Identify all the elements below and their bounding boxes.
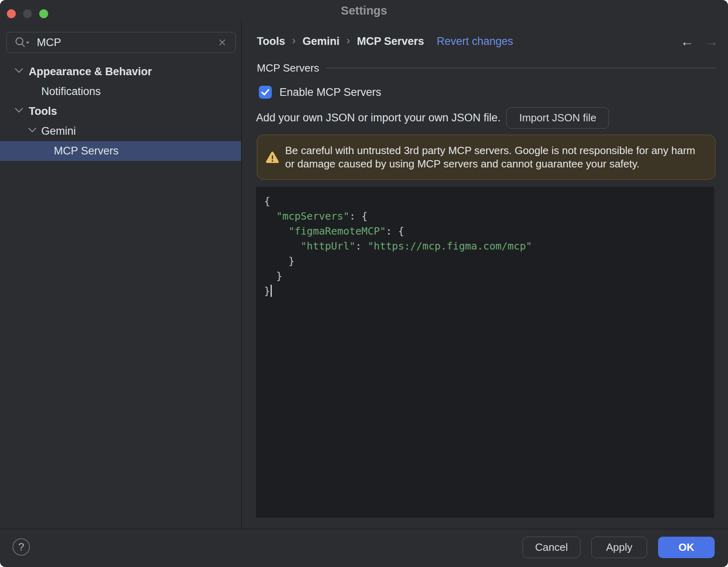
mcp-json-editor[interactable]: { "mcpServers": { "figmaRemoteMCP": { "h… xyxy=(256,187,714,518)
sidebar-item-label: Notifications xyxy=(41,85,101,98)
section-header: MCP Servers xyxy=(257,59,716,77)
collapse-chevron-icon[interactable] xyxy=(13,67,22,74)
code-line: } xyxy=(264,254,706,269)
search-input[interactable]: MCP xyxy=(37,36,61,49)
forward-arrow-icon[interactable]: → xyxy=(705,32,718,51)
section-divider xyxy=(326,68,716,68)
warning-text: Be careful with untrusted 3rd party MCP … xyxy=(285,144,699,171)
text-caret xyxy=(271,285,272,297)
sidebar-item-appearance-behavior[interactable]: Appearance & Behavior xyxy=(0,62,241,82)
import-row: Add your own JSON or import your own JSO… xyxy=(256,107,609,129)
enable-mcp-label: Enable MCP Servers xyxy=(279,86,381,99)
warning-banner: Be careful with untrusted 3rd party MCP … xyxy=(257,135,715,180)
cancel-button[interactable]: Cancel xyxy=(523,537,580,558)
ok-button[interactable]: OK xyxy=(658,537,715,558)
code-line: "mcpServers": { xyxy=(264,209,706,224)
settings-window: Settings MCP ✕ Appearance & Behavi xyxy=(0,0,728,567)
clear-search-icon[interactable]: ✕ xyxy=(216,32,229,53)
settings-main-panel: Tools › Gemini › MCP Servers Revert chan… xyxy=(242,21,728,529)
dialog-footer: ? Cancel Apply OK xyxy=(0,529,728,567)
import-json-file-button[interactable]: Import JSON file xyxy=(506,107,609,129)
sidebar-item-label: Appearance & Behavior xyxy=(29,66,152,78)
code-line: "figmaRemoteMCP": { xyxy=(264,224,706,239)
sidebar-item-tools[interactable]: Tools xyxy=(0,102,241,121)
enable-mcp-row: Enable MCP Servers xyxy=(259,79,381,106)
search-icon[interactable] xyxy=(14,36,30,49)
history-navigation: ← → xyxy=(680,32,718,51)
json-editor-code: { "mcpServers": { "figmaRemoteMCP": { "h… xyxy=(264,194,706,298)
back-arrow-icon[interactable]: ← xyxy=(680,32,694,51)
warning-triangle-icon xyxy=(266,151,279,163)
revert-changes-link[interactable]: Revert changes xyxy=(437,35,513,48)
section-title: MCP Servers xyxy=(257,62,319,74)
sidebar-item-notifications[interactable]: Notifications xyxy=(0,82,241,102)
code-line: } xyxy=(264,269,706,284)
collapse-chevron-icon[interactable] xyxy=(13,107,22,114)
breadcrumb-separator-icon: › xyxy=(347,34,350,47)
window-title: Settings xyxy=(0,0,728,21)
collapse-chevron-icon[interactable] xyxy=(27,127,36,134)
code-line: { xyxy=(264,194,706,209)
import-hint-text: Add your own JSON or import your own JSO… xyxy=(256,112,501,124)
code-line: "httpUrl": "https://mcp.figma.com/mcp" xyxy=(264,239,706,254)
settings-sidebar: MCP ✕ Appearance & Behavior Notification… xyxy=(0,21,242,529)
code-line: } xyxy=(264,284,706,298)
help-button[interactable]: ? xyxy=(13,538,30,556)
apply-button[interactable]: Apply xyxy=(591,537,647,558)
breadcrumb: Tools › Gemini › MCP Servers Revert chan… xyxy=(257,32,513,51)
sidebar-item-label: Gemini xyxy=(41,125,76,138)
sidebar-item-label: Tools xyxy=(29,105,57,118)
sidebar-item-gemini[interactable]: Gemini xyxy=(0,121,241,141)
checkmark-icon xyxy=(261,89,270,96)
breadcrumb-gemini[interactable]: Gemini xyxy=(303,35,340,48)
sidebar-item-label: MCP Servers xyxy=(54,145,119,157)
titlebar: Settings xyxy=(0,0,728,21)
breadcrumb-mcp-servers[interactable]: MCP Servers xyxy=(357,35,424,48)
question-mark-icon: ? xyxy=(18,541,24,553)
sidebar-item-mcp-servers[interactable]: MCP Servers xyxy=(0,141,241,161)
breadcrumb-separator-icon: › xyxy=(292,34,296,47)
footer-buttons: Cancel Apply OK xyxy=(523,537,715,558)
enable-mcp-checkbox[interactable] xyxy=(259,86,272,99)
breadcrumb-tools[interactable]: Tools xyxy=(257,35,285,48)
settings-search-field[interactable]: MCP ✕ xyxy=(6,32,236,53)
settings-tree: Appearance & Behavior Notifications Tool… xyxy=(0,62,241,161)
